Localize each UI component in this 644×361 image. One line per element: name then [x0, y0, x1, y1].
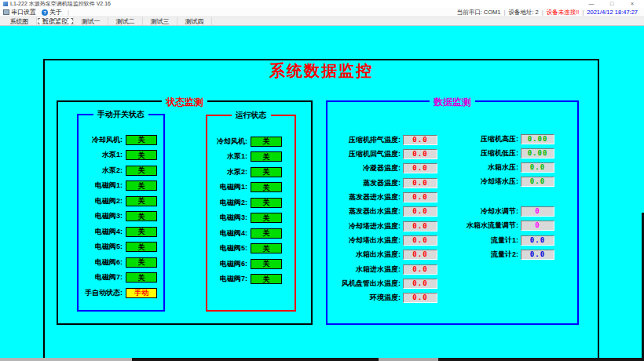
switch-label: 电磁阀4: [79, 227, 123, 237]
switch-row: 电磁阀4:关 [207, 228, 295, 239]
status-line: 当前串口: COM1 | 设备地址: 2 | 设备未连接!! | 2021/4/… [457, 9, 641, 16]
data-row: 压缩机低压:0.00 [463, 148, 554, 159]
switch-button[interactable]: 关 [126, 257, 157, 268]
status-device-address: 设备地址: 2 [508, 9, 538, 16]
tab-item-3[interactable]: 测试一 [74, 17, 108, 25]
data-left-column: 压缩机排气温度:0.0压缩机回气温度:0.0冷凝器温度:0.0蒸发器温度:0.0… [332, 134, 437, 304]
switch-row: 手自动状态:手动 [79, 287, 163, 298]
switch-button[interactable]: 关 [251, 198, 282, 208]
status-port: 当前串口: COM1 [457, 9, 501, 16]
bottom-bar-segment [379, 358, 438, 361]
tab-item-6[interactable]: 测试四 [177, 17, 212, 25]
data-row: 冷却水调节:0 [463, 206, 554, 217]
switch-button[interactable]: 关 [126, 272, 157, 283]
switch-row: 电磁阀3:关 [79, 211, 163, 222]
data-value-display: 0.0 [403, 135, 437, 145]
maximize-button[interactable]: □ [602, 0, 622, 8]
switch-label: 水泵2: [207, 167, 247, 177]
bottom-bar-segment [438, 358, 644, 361]
help-icon: ? [42, 9, 48, 16]
data-row: 压缩机高压:0.00 [463, 133, 554, 144]
switch-button[interactable]: 关 [251, 243, 282, 253]
data-value-display: 0.0 [521, 162, 554, 173]
minimize-button[interactable]: — [581, 0, 602, 8]
switch-label: 电磁阀3: [79, 211, 123, 221]
main-canvas: 系统数据监控 状态监测 手动开关状态 冷却风机:关水泵1:关水泵2:关电磁阀1:… [0, 26, 644, 361]
switch-row: 电磁阀6:关 [207, 258, 295, 269]
about-button[interactable]: ? 关于 [42, 8, 62, 16]
data-row: 流量计1:0.0 [463, 235, 554, 246]
manual-switch-group: 手动开关状态 冷却风机:关水泵1:关水泵2:关电磁阀1:关电磁阀2:关电磁阀3:… [77, 114, 165, 312]
switch-row: 冷却风机:关 [207, 136, 295, 147]
switch-row: 电磁阀4:关 [79, 226, 163, 237]
switch-button[interactable]: 关 [251, 228, 282, 239]
close-button[interactable]: × [622, 0, 642, 8]
switch-row: 电磁阀2:关 [207, 197, 295, 208]
data-row: 水箱水压:0.0 [463, 162, 554, 173]
mode-button[interactable]: 手动 [126, 288, 157, 298]
switch-row: 电磁阀3:关 [207, 213, 295, 224]
data-label: 蒸发器温度: [363, 178, 401, 188]
switch-button[interactable]: 关 [126, 180, 157, 191]
switch-button[interactable]: 关 [251, 137, 282, 147]
data-value-display: 0.0 [403, 221, 437, 232]
tab-item-1[interactable]: 系统图 [2, 17, 37, 25]
toolbar: 串口设置 ? 关于 | 当前串口: COM1 | 设备地址: 2 | 设备未连接… [0, 8, 644, 17]
switch-label: 水泵1: [207, 151, 247, 162]
switch-label: 电磁阀3: [207, 213, 247, 223]
switch-row: 电磁阀1:关 [207, 182, 295, 193]
data-row: 蒸发器温度:0.0 [332, 177, 437, 188]
switch-button[interactable]: 关 [251, 259, 282, 269]
data-row: 风机盘管出水温度:0.0 [332, 279, 437, 290]
switch-button[interactable]: 关 [251, 151, 282, 162]
tab-strip: 系统图数据监控测试一测试二测试三测试四 [0, 17, 644, 26]
switch-label: 电磁阀7: [207, 274, 247, 284]
data-row: 水箱水流量调节:0 [463, 221, 554, 232]
switch-label: 电磁阀5: [207, 243, 247, 253]
bottom-bar-segment [0, 358, 132, 361]
switch-row: 电磁阀6:关 [79, 257, 163, 268]
switch-button[interactable]: 关 [126, 227, 157, 237]
switch-row: 电磁阀5:关 [79, 242, 163, 253]
switch-label: 水泵2: [79, 166, 123, 176]
data-value-display: 0.0 [403, 235, 437, 246]
app-icon [3, 2, 8, 6]
data-label: 冷却塔水压: [481, 177, 518, 187]
data-value-display: 0.0 [403, 279, 437, 289]
data-value-display: 0.00 [521, 134, 554, 144]
data-label: 压缩机排气温度: [349, 135, 401, 145]
data-value-display: 0.00 [521, 148, 554, 159]
data-label: 压缩机回气温度: [349, 149, 401, 159]
data-row: 水箱出水温度:0.0 [332, 250, 437, 261]
switch-button[interactable]: 关 [126, 196, 157, 206]
data-value-display: 0.0 [403, 178, 437, 188]
switch-button[interactable]: 关 [126, 150, 157, 160]
data-row: 流量计2:0.0 [463, 250, 554, 261]
data-value-display: 0.0 [403, 192, 437, 202]
data-label: 水箱水流量调节: [467, 221, 518, 231]
run-group-title: 运行状态 [232, 110, 271, 121]
tab-item-2[interactable]: 数据监控 [37, 17, 74, 25]
switch-button[interactable]: 关 [126, 166, 157, 176]
tab-item-5[interactable]: 测试三 [143, 17, 177, 25]
switch-button[interactable]: 关 [251, 182, 282, 192]
data-row: 压缩机排气温度:0.0 [332, 134, 437, 145]
switch-label: 电磁阀1: [79, 180, 123, 191]
toolbar-separator: | [68, 9, 69, 16]
data-label: 流量计2: [491, 250, 518, 260]
page-title: 系统数据监控 [43, 60, 599, 82]
switch-button[interactable]: 关 [126, 242, 157, 252]
switch-button[interactable]: 关 [251, 274, 282, 284]
serial-port-icon [3, 9, 9, 15]
switch-row: 电磁阀5:关 [207, 243, 295, 254]
data-value-display: 0 [521, 221, 554, 231]
serial-settings-button[interactable]: 串口设置 [3, 8, 36, 16]
data-label: 压缩机高压: [481, 134, 518, 144]
switch-button[interactable]: 关 [126, 135, 157, 145]
switch-button[interactable]: 关 [126, 211, 157, 221]
switch-button[interactable]: 关 [251, 213, 282, 223]
switch-label: 手自动状态: [79, 288, 123, 298]
switch-button[interactable]: 关 [251, 167, 282, 177]
manual-switch-rows: 冷却风机:关水泵1:关水泵2:关电磁阀1:关电磁阀2:关电磁阀3:关电磁阀4:关… [79, 134, 163, 298]
tab-item-4[interactable]: 测试二 [108, 17, 143, 25]
